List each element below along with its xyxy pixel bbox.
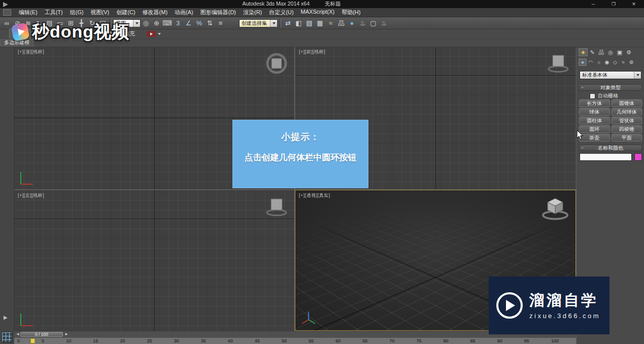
minimize-button[interactable]: ─ (583, 2, 603, 7)
select-and-manipulate-icon[interactable]: ⊕ (151, 18, 162, 28)
helpers-category-icon[interactable]: ◇ (611, 58, 619, 66)
viewcube-icon[interactable] (547, 52, 569, 74)
layer-manager-icon[interactable]: ▤ (304, 18, 315, 28)
polygon-modeling-panel-button[interactable]: 多边形建模 (0, 39, 33, 46)
mirror-icon[interactable]: ⇄ (283, 18, 293, 28)
ribbon-tab-partial[interactable]: 制 (105, 29, 119, 39)
object-type-button-cone[interactable]: 圆锥体 (612, 99, 642, 107)
timeline-tick[interactable]: 40 (228, 338, 233, 343)
ribbon-tab-populate[interactable]: 填充 (119, 29, 140, 39)
create-tab-icon[interactable]: ★ (579, 48, 588, 56)
timeline-tick[interactable]: 100 (551, 338, 559, 343)
object-type-button-plane[interactable]: 平面 (612, 134, 642, 142)
hierarchy-tab-icon[interactable]: 品 (597, 48, 606, 56)
motion-tab-icon[interactable]: ◎ (606, 48, 615, 56)
viewcube-icon[interactable] (265, 52, 288, 75)
ribbon-tab-modeling[interactable]: 建模 (9, 28, 30, 39)
use-pivot-point-center-icon[interactable]: ◎ (141, 18, 151, 28)
timeline-tick[interactable]: 15 (93, 338, 98, 343)
snap-toggle-3d-icon[interactable]: 3 (173, 18, 183, 28)
menu-item[interactable]: 修改器(M) (139, 9, 172, 16)
workspace-icon[interactable] (3, 9, 11, 16)
rollout-collapse-icon[interactable]: - (582, 84, 583, 90)
menu-item[interactable]: 帮助(H) (338, 9, 364, 16)
viewport-layout-tabs-icon[interactable] (2, 332, 12, 342)
utilities-tab-icon[interactable]: ⚙ (624, 48, 633, 56)
rectangular-selection-region-icon[interactable]: ▭ (55, 18, 65, 28)
cameras-category-icon[interactable]: ◉ (603, 58, 611, 66)
object-type-button-geosphere[interactable]: 几何球体 (612, 108, 642, 116)
display-tab-icon[interactable]: ▣ (615, 48, 624, 56)
menu-item[interactable]: 工具(T) (41, 9, 66, 16)
viewport-left[interactable]: [+][左][线框] (14, 190, 294, 331)
timeline-tick[interactable]: 20 (120, 338, 125, 343)
named-selection-sets-dropdown[interactable]: 创建选择集 (239, 19, 278, 27)
keyboard-shortcut-override-icon[interactable]: ⌨ (162, 18, 173, 28)
modify-tab-icon[interactable]: ✎ (588, 48, 597, 56)
timeline-tick[interactable]: 55 (309, 338, 314, 343)
object-type-rollout[interactable]: - 对象类型 (579, 84, 642, 91)
timeline-tick[interactable]: 80 (444, 338, 449, 343)
viewport-perspective-label[interactable]: [+][透视][真实] (299, 192, 330, 199)
timeline-tick[interactable]: 30 (174, 338, 179, 343)
reference-coordinate-dropdown[interactable]: 视图 (113, 19, 141, 27)
align-icon[interactable]: ◧ (293, 18, 304, 28)
menu-item[interactable]: 自定义(U) (265, 9, 297, 16)
track-bar[interactable]: 0510152025303540455055606570758085909510… (14, 337, 576, 344)
timeline-tick[interactable]: 10 (66, 338, 71, 343)
menu-item[interactable]: 渲染(R) (240, 9, 265, 16)
select-by-name-icon[interactable]: ▤ (44, 18, 55, 28)
object-type-button-tube[interactable]: 管状体 (612, 117, 642, 124)
timeline-tick[interactable]: 45 (255, 338, 260, 343)
viewcube-icon[interactable] (541, 196, 569, 221)
geometry-category-icon[interactable]: ● (579, 58, 587, 66)
next-frame-icon[interactable]: ► (64, 332, 69, 336)
render-production-icon[interactable]: ♨ (379, 18, 389, 28)
name-color-rollout[interactable]: - 名称和颜色 (579, 145, 642, 151)
timeline-tick[interactable]: 90 (497, 338, 502, 343)
viewport-front-label[interactable]: [+][前][线框] (299, 49, 325, 55)
viewport-left-label[interactable]: [+][左][线框] (18, 192, 44, 199)
lights-category-icon[interactable]: ☼ (595, 58, 603, 66)
menu-item[interactable]: MAXScript(X) (297, 9, 338, 16)
object-color-swatch[interactable] (634, 153, 642, 161)
object-type-button-box[interactable]: 长方体 (579, 99, 610, 107)
menu-item[interactable]: 组(G) (66, 9, 87, 16)
rendered-frame-window-icon[interactable]: ▢ (368, 18, 379, 28)
close-button[interactable]: ✕ (624, 2, 644, 7)
autogrid-checkbox[interactable] (590, 93, 595, 99)
time-slider-handle[interactable]: 0 / 100 (20, 332, 63, 337)
select-and-rotate-icon[interactable]: ↻ (87, 18, 97, 28)
menu-item[interactable]: 视图(V) (87, 9, 113, 16)
timeline-tick[interactable]: 0 (17, 338, 20, 343)
select-and-scale-icon[interactable]: ◲ (97, 18, 108, 28)
ribbon-dropdown-arrow-icon[interactable] (158, 33, 161, 35)
previous-frame-icon[interactable]: ◄ (16, 332, 20, 336)
object-type-button-pyramid[interactable]: 四棱锥 (612, 125, 642, 133)
shapes-category-icon[interactable]: ◠ (587, 58, 595, 66)
object-type-button-torus[interactable]: 圆环 (579, 125, 610, 133)
systems-category-icon[interactable]: ⊛ (627, 58, 635, 66)
menu-item[interactable]: 创建(C) (113, 9, 139, 16)
object-type-button-cylinder[interactable]: 圆柱体 (579, 117, 610, 124)
video-icon[interactable] (147, 31, 156, 37)
timeline-tick[interactable]: 35 (201, 338, 206, 343)
object-name-field[interactable] (580, 153, 632, 161)
dropdown-arrow-icon[interactable] (133, 20, 140, 27)
menu-item[interactable]: 动画(A) (171, 9, 197, 16)
select-object-icon[interactable]: ↖ (33, 18, 44, 28)
rollout-collapse-icon[interactable]: - (582, 145, 583, 150)
space-warps-category-icon[interactable]: ≈ (619, 58, 627, 66)
timeline-tick[interactable]: 85 (470, 338, 476, 343)
timeline-tick[interactable]: 5 (42, 338, 44, 343)
timeline-tick[interactable]: 25 (147, 338, 152, 343)
unlink-selection-icon[interactable]: ⊘ (12, 18, 23, 28)
ribbon-toggle-icon[interactable]: ▦ (315, 18, 325, 28)
viewcube-icon[interactable] (265, 196, 288, 217)
percent-snap-icon[interactable]: % (194, 18, 205, 28)
timeline-tick[interactable]: 70 (389, 338, 394, 343)
menu-item[interactable]: 编辑(E) (15, 9, 41, 16)
angle-snap-icon[interactable]: ∠ (183, 18, 194, 28)
viewport-top-label[interactable]: [+][顶][线框] (18, 49, 44, 55)
dropdown-arrow-icon[interactable] (634, 72, 641, 79)
